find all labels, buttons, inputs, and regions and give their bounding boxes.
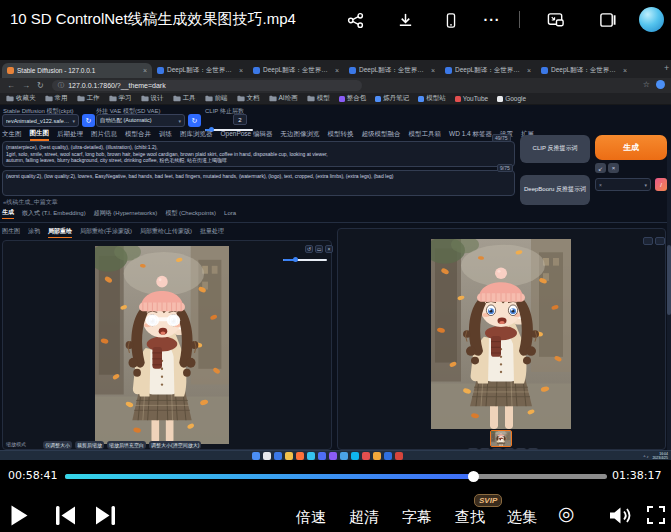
previous-button[interactable] bbox=[56, 506, 76, 529]
main-tab[interactable]: 模型转换 bbox=[328, 130, 354, 140]
forward-icon[interactable]: → bbox=[22, 81, 30, 90]
bookmark-folder[interactable]: 工作 bbox=[77, 94, 100, 103]
prompt-textarea[interactable]: (masterpiece), (best quality), (ultra-de… bbox=[2, 141, 515, 167]
negative-prompt-textarea[interactable]: (worst quality:2), (low quality:2), lowr… bbox=[2, 170, 515, 196]
user-avatar[interactable] bbox=[639, 7, 664, 32]
model-refresh-button[interactable]: ↻ bbox=[82, 114, 95, 127]
extra-network-tab[interactable]: 嵌入式 (T.I. Embedding) bbox=[22, 209, 86, 219]
browser-tab[interactable]: DeepL翻译：全世界最准确的翻译 × bbox=[152, 63, 248, 78]
eraser-icon[interactable]: ▭ bbox=[315, 245, 323, 253]
extra-network-tab[interactable]: 生成 bbox=[2, 208, 14, 219]
browser-profile-avatar[interactable] bbox=[656, 80, 665, 89]
tab-close-icon[interactable]: × bbox=[431, 67, 435, 74]
speed-button[interactable]: 倍速 bbox=[296, 508, 326, 527]
vae-select[interactable]: 自动匹配 (Automatic) ▾ bbox=[96, 114, 185, 127]
bookmark-link[interactable]: 模型站 bbox=[418, 94, 446, 103]
scrollbar[interactable] bbox=[667, 150, 671, 460]
taskbar-clock[interactable]: 16:04 2023/4/25 bbox=[652, 452, 668, 460]
clear-prompt-button[interactable]: × bbox=[608, 163, 619, 173]
interrogate-clip-button[interactable]: CLIP 反推提示词 bbox=[520, 135, 590, 163]
extra-network-tab[interactable]: 超网络 (Hypernetworks) bbox=[94, 209, 158, 219]
fullscreen-view-icon[interactable] bbox=[655, 237, 665, 245]
tab-close-icon[interactable]: × bbox=[335, 67, 339, 74]
taskbar-app-icon[interactable] bbox=[296, 452, 304, 460]
resize-mode-option[interactable]: 调整大小(潜空间放大) bbox=[149, 441, 201, 449]
img2img-mode-tab[interactable]: 局部重绘 bbox=[48, 227, 72, 238]
progress-thumb[interactable] bbox=[468, 471, 479, 482]
phone-icon[interactable] bbox=[440, 9, 462, 31]
bookmark-folder[interactable]: 模型 bbox=[307, 94, 330, 103]
taskbar-app-icon[interactable] bbox=[274, 452, 282, 460]
main-tab[interactable]: 无边图像浏览 bbox=[281, 130, 320, 140]
bookmark-folder[interactable]: AI绘画 bbox=[269, 94, 298, 103]
taskbar-app-icon[interactable] bbox=[329, 452, 337, 460]
clip-skip-value[interactable]: 2 bbox=[233, 114, 247, 125]
img2img-mode-tab[interactable]: 批量处理 bbox=[200, 227, 224, 237]
extra-network-tab[interactable]: 模型 (Checkpoints) bbox=[165, 209, 216, 219]
play-button[interactable] bbox=[10, 504, 29, 531]
bookmark-link[interactable]: YouTube bbox=[455, 95, 489, 102]
back-icon[interactable]: ← bbox=[7, 81, 15, 90]
settings-disc-icon[interactable]: ◎ bbox=[558, 503, 575, 525]
new-tab-button[interactable]: + bbox=[664, 63, 669, 73]
main-tab[interactable]: 后期处理 bbox=[57, 130, 83, 140]
taskbar-app-icon[interactable] bbox=[285, 452, 293, 460]
url-box[interactable]: ⓘ 127.0.0.1:7860/?__theme=dark bbox=[52, 80, 362, 91]
mini-window-icon[interactable] bbox=[545, 9, 567, 31]
resize-mode-option[interactable]: 裁剪后缩放 bbox=[75, 441, 104, 449]
main-tab[interactable]: 超级模型融合 bbox=[362, 130, 401, 140]
subtitle-button[interactable]: 字幕 bbox=[402, 508, 432, 527]
more-icon[interactable]: ··· bbox=[481, 9, 503, 31]
generate-button[interactable]: 生成 bbox=[595, 135, 667, 160]
bookmark-folder[interactable]: 学习 bbox=[109, 94, 132, 103]
bookmark-folder[interactable]: 收藏夹 bbox=[6, 94, 36, 103]
main-tab[interactable]: 图生图 bbox=[30, 129, 50, 141]
undo-icon[interactable]: ↺ bbox=[305, 245, 313, 253]
tab-close-icon[interactable]: × bbox=[143, 67, 147, 74]
img2img-mode-tab[interactable]: 局部重绘(手涂蒙版) bbox=[80, 227, 132, 237]
taskbar-app-icon[interactable] bbox=[307, 452, 315, 460]
bookmark-link[interactable]: 炼丹笔记 bbox=[375, 94, 409, 103]
bookmark-link[interactable]: 整合包 bbox=[339, 94, 367, 103]
main-tab[interactable]: 图库浏览器 bbox=[180, 130, 213, 140]
bookmark-folder[interactable]: 文档 bbox=[237, 94, 260, 103]
main-tab[interactable]: 训练 bbox=[159, 130, 172, 140]
bookmark-star-icon[interactable]: ☆ bbox=[643, 80, 650, 89]
resize-mode-option[interactable]: 缩放后填充空白 bbox=[107, 441, 146, 449]
taskbar-app-icon[interactable] bbox=[263, 452, 271, 460]
progress-bar[interactable] bbox=[65, 474, 607, 479]
main-tab[interactable]: 模型工具箱 bbox=[409, 130, 442, 140]
browser-tab[interactable]: DeepL翻译：全世界最准确的翻译 × bbox=[344, 63, 440, 78]
expand-view-icon[interactable] bbox=[643, 237, 653, 245]
browser-tab[interactable]: DeepL翻译：全世界最准确的翻译 × bbox=[248, 63, 344, 78]
taskbar-app-icon[interactable] bbox=[340, 452, 348, 460]
tab-close-icon[interactable]: × bbox=[527, 67, 531, 74]
brush-size-slider[interactable] bbox=[283, 259, 327, 261]
taskbar-app-icon[interactable] bbox=[384, 452, 392, 460]
next-button[interactable] bbox=[95, 506, 115, 529]
share-icon[interactable] bbox=[344, 9, 366, 31]
volume-icon[interactable] bbox=[608, 506, 632, 529]
bookmark-folder[interactable]: 设计 bbox=[141, 94, 164, 103]
gallery-thumbnail-selected[interactable] bbox=[490, 430, 512, 447]
paste-params-button[interactable]: ↙ bbox=[595, 163, 606, 173]
input-image[interactable] bbox=[95, 246, 229, 444]
clear-canvas-icon[interactable]: × bbox=[325, 245, 333, 253]
generated-image[interactable] bbox=[431, 239, 571, 429]
style-preset-select[interactable]: × ▾ bbox=[595, 178, 651, 191]
main-tab[interactable]: OpenPose 编辑器 bbox=[221, 130, 273, 140]
extra-network-tab[interactable]: Lora bbox=[224, 210, 236, 217]
taskbar-app-icon[interactable] bbox=[373, 452, 381, 460]
download-icon[interactable] bbox=[394, 9, 416, 31]
bookmark-folder[interactable]: 工具 bbox=[173, 94, 196, 103]
taskbar-app-icon[interactable] bbox=[318, 452, 326, 460]
quality-button[interactable]: 超清 bbox=[349, 508, 379, 527]
browser-tab[interactable]: DeepL翻译：全世界最准确的翻译 × bbox=[536, 63, 632, 78]
browser-tab[interactable]: DeepL翻译：全世界最准确的翻译 × bbox=[440, 63, 536, 78]
episodes-button[interactable]: 选集 bbox=[507, 508, 537, 527]
taskbar-app-icon[interactable] bbox=[351, 452, 359, 460]
img2img-mode-tab[interactable]: 涂鸦 bbox=[28, 227, 40, 237]
main-tab[interactable]: 图片信息 bbox=[91, 130, 117, 140]
taskbar-app-icon[interactable] bbox=[252, 452, 260, 460]
tab-close-icon[interactable]: × bbox=[239, 67, 243, 74]
